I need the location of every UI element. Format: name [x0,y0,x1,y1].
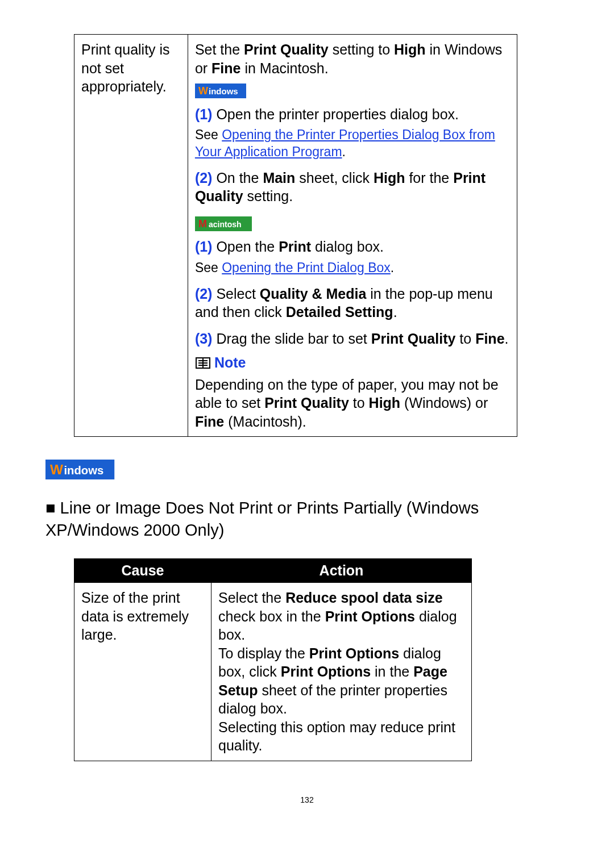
win-step-1: (1) Open the printer properties dialog b… [195,105,510,124]
win-see-line: See Opening the Printer Properties Dialo… [195,127,510,161]
mac-step-2: (2) Select Quality & Media in the pop-up… [195,285,510,322]
action-line-1: Select the Reduce spool data size check … [218,589,464,644]
link-print-dialog[interactable]: Opening the Print Dialog Box [222,260,391,275]
mac-step-1: (1) Open the Print dialog box. [195,237,510,256]
troubleshooting-table-line-image: Cause Action Size of the print data is e… [74,558,472,761]
svg-text:acintosh: acintosh [209,220,242,229]
action-line-3: Selecting this option may reduce print q… [218,718,464,755]
svg-text:W: W [198,85,208,97]
svg-text:indows: indows [64,464,103,477]
win-step-2: (2) On the Main sheet, click High for th… [195,169,510,206]
windows-icon: W indows [45,460,115,479]
windows-section-badge: W indows [45,460,569,474]
cause-cell: Size of the print data is extremely larg… [74,583,211,761]
macintosh-icon: M acintosh [195,216,252,231]
note-icon [195,356,210,369]
table-header-action: Action [211,559,472,583]
svg-text:indows: indows [209,86,238,96]
cause-text: Size of the print data is extremely larg… [81,590,189,642]
mac-step-3: (3) Drag the slide bar to set Print Qual… [195,329,510,348]
action-cell: Select the Reduce spool data size check … [211,583,472,761]
note-header: Note [195,353,510,372]
windows-icon: W indows [195,84,246,98]
troubleshooting-table-print-quality: Print quality is not set appropriately. … [74,34,517,437]
note-label: Note [214,353,246,372]
macintosh-badge: M acintosh [195,214,510,232]
table-header-cause: Cause [74,559,211,583]
action-intro: Set the Print Quality setting to High in… [195,40,510,77]
mac-see-line: See Opening the Print Dialog Box. [195,260,510,277]
action-line-2: To display the Print Options dialog box,… [218,644,464,718]
cause-cell: Print quality is not set appropriately. [74,35,188,437]
note-body: Depending on the type of paper, you may … [195,375,510,431]
section-heading: ■ Line or Image Does Not Print or Prints… [45,497,569,541]
action-cell: Set the Print Quality setting to High in… [188,35,517,437]
bullet-icon: ■ [45,499,56,517]
page-number: 132 [45,795,569,804]
svg-text:M: M [198,218,207,229]
svg-text:W: W [50,462,63,477]
windows-badge: W indows [195,81,510,99]
section-heading-text: Line or Image Does Not Print or Prints P… [45,499,479,539]
cause-text: Print quality is not set appropriately. [81,41,170,94]
